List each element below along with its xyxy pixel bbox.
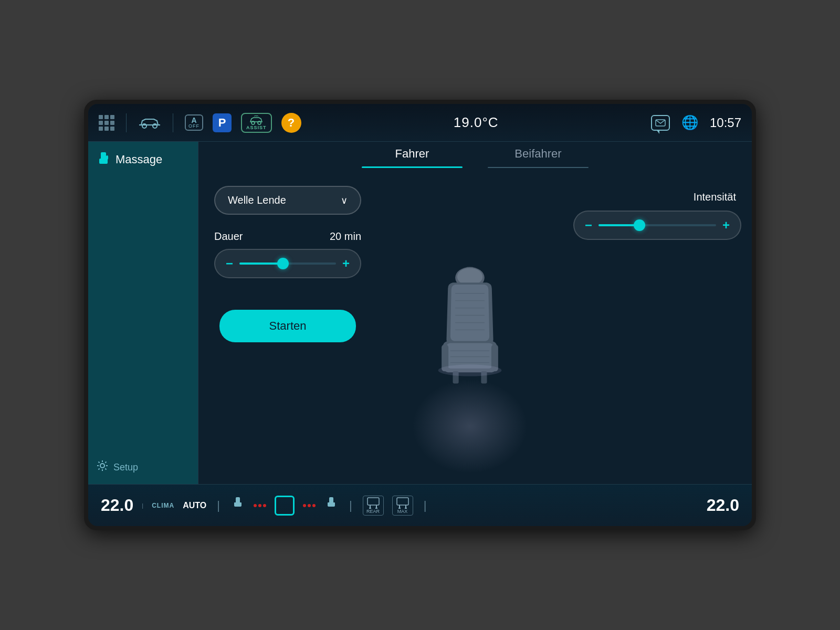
heat-dots-left	[254, 504, 266, 507]
status-center: 19.0°C	[301, 114, 651, 131]
assist-car-svg	[249, 116, 264, 125]
gear-icon	[97, 460, 108, 475]
welle-lende-dropdown[interactable]: Welle Lende ∨	[214, 186, 361, 215]
left-controls: Welle Lende ∨ Dauer 20 min −	[198, 181, 377, 484]
grid-menu-icon[interactable]	[99, 115, 114, 131]
center-square-btn[interactable]	[275, 496, 295, 516]
content-area: Fahrer Beifahrer Welle Lende ∨	[198, 142, 752, 484]
rear-badge[interactable]: REAR	[363, 496, 384, 516]
dauer-plus-btn[interactable]: +	[342, 256, 350, 271]
massage-header: Massage	[97, 151, 190, 168]
status-right: 🌐 10:57	[651, 114, 741, 131]
assist-badge[interactable]: ASSIST	[241, 113, 272, 133]
seat-icon	[97, 151, 110, 168]
auto-label: AUTO	[183, 501, 206, 510]
screen-bezel: A OFF P ASSIST	[84, 100, 756, 530]
tab-beifahrer[interactable]: Beifahrer	[475, 142, 601, 166]
max-badge[interactable]: MAX	[392, 496, 413, 516]
climate-temp-right: 22.0	[707, 496, 739, 515]
seat-heat-left-icon[interactable]	[230, 496, 245, 514]
intensity-slider-track[interactable]	[598, 224, 716, 226]
svg-point-6	[100, 464, 104, 468]
temperature-display: 19.0°C	[454, 114, 499, 131]
climate-pipe-2: |	[217, 499, 220, 512]
intensity-slider-thumb	[634, 219, 645, 231]
dauer-minus-btn[interactable]: −	[226, 256, 233, 271]
dauer-value: 20 min	[330, 230, 361, 243]
svg-rect-14	[368, 498, 379, 505]
tab-fahrer[interactable]: Fahrer	[349, 142, 475, 166]
intensity-plus-btn[interactable]: +	[722, 218, 730, 233]
time-display: 10:57	[710, 116, 741, 130]
parking-badge[interactable]: P	[213, 113, 232, 132]
starten-button[interactable]: Starten	[219, 310, 356, 342]
dropdown-row: Welle Lende ∨	[214, 186, 361, 215]
svg-rect-5	[106, 155, 108, 160]
dauer-slider-track[interactable]	[239, 262, 336, 265]
separator-2	[173, 113, 173, 132]
svg-point-13	[438, 364, 502, 376]
globe-icon[interactable]: 🌐	[681, 114, 698, 131]
main-content: Massage Setup Fahrer	[88, 142, 752, 484]
starten-wrapper: Starten	[214, 304, 361, 342]
climate-bar: 22.0 | CLIMA AUTO |	[88, 484, 752, 526]
intensity-minus-btn[interactable]: −	[585, 218, 592, 233]
car-icon[interactable]	[138, 116, 161, 130]
dauer-section: Dauer 20 min − +	[214, 230, 361, 278]
dauer-slider-container: − +	[214, 249, 361, 278]
controls-and-seat: Welle Lende ∨ Dauer 20 min −	[198, 181, 752, 484]
setup-row[interactable]: Setup	[97, 449, 190, 475]
message-icon[interactable]	[651, 115, 670, 131]
clima-label: CLIMA	[152, 502, 174, 509]
heat-dots-right	[303, 504, 316, 507]
right-panel: Intensität − +	[563, 181, 752, 484]
setup-label: Setup	[113, 462, 138, 473]
left-sidebar: Massage Setup	[88, 142, 198, 484]
svg-rect-15	[397, 498, 408, 505]
status-left: A OFF P ASSIST	[99, 113, 301, 133]
dauer-slider-fill	[239, 262, 283, 265]
intensitat-section: Intensität − +	[573, 191, 741, 240]
seat-visual-area	[377, 181, 563, 484]
main-screen: A OFF P ASSIST	[88, 104, 752, 526]
assist-text: ASSIST	[246, 125, 267, 130]
climate-pipe-4: |	[424, 499, 427, 512]
climate-pipe-left: |	[142, 502, 143, 509]
auto-off-badge[interactable]: A OFF	[185, 114, 203, 131]
intensitat-label: Intensität	[573, 191, 741, 203]
dropdown-label: Welle Lende	[228, 194, 286, 206]
dauer-label: Dauer	[214, 230, 243, 243]
massage-title: Massage	[116, 153, 162, 166]
question-badge[interactable]: ?	[281, 113, 301, 133]
auto-off-text: OFF	[188, 124, 200, 129]
climate-temp-left: 22.0	[101, 496, 133, 515]
tabs-row: Fahrer Beifahrer	[198, 142, 752, 166]
auto-off-a: A	[191, 117, 196, 124]
dauer-slider-thumb	[277, 258, 289, 269]
climate-pipe-3: |	[349, 499, 352, 512]
seat-heat-right-icon[interactable]	[324, 496, 339, 514]
seat-3d-visual	[417, 264, 522, 401]
status-bar: A OFF P ASSIST	[88, 104, 752, 142]
chevron-down-icon: ∨	[341, 195, 348, 206]
intensity-slider-container: − +	[573, 211, 741, 240]
dauer-header: Dauer 20 min	[214, 230, 361, 243]
separator-1	[126, 113, 127, 132]
